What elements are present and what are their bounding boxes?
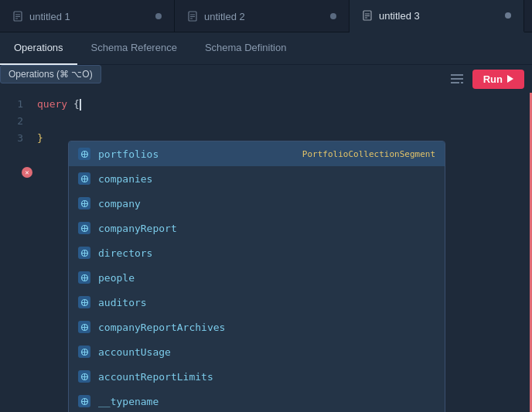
- field-icon: [78, 296, 90, 308]
- autocomplete-item-companyreportarchives[interactable]: companyReportArchives: [69, 315, 445, 339]
- tab-modified-dot: [505, 12, 511, 19]
- nav-bar: Operations Schema Reference Schema Defin…: [0, 32, 532, 65]
- code-content[interactable]: query { } ✕ portfolios PortfolioCollecti…: [31, 93, 532, 412]
- tab-bar: untitled 1 untitled 2 untitled 3: [0, 0, 532, 32]
- field-icon: [78, 172, 90, 185]
- code-line-2: [37, 113, 526, 130]
- autocomplete-item-accountreportlimits[interactable]: accountReportLimits: [69, 364, 445, 389]
- field-icon: [78, 395, 90, 407]
- autocomplete-item-accountusage[interactable]: accountUsage: [69, 339, 445, 364]
- tab-label: untitled 1: [29, 11, 70, 22]
- run-button[interactable]: Run: [472, 70, 524, 89]
- autocomplete-item-companies[interactable]: companies: [69, 166, 445, 191]
- field-icon: [78, 247, 90, 259]
- play-icon: [507, 75, 513, 83]
- autocomplete-item-people[interactable]: people: [69, 265, 445, 290]
- tab-untitled3[interactable]: untitled 3: [350, 0, 524, 32]
- autocomplete-item-directors[interactable]: directors: [69, 240, 445, 265]
- list-icon: [450, 73, 464, 85]
- field-icon: [78, 148, 90, 160]
- autocomplete-dropdown: portfolios PortfolioCollectionSegment co…: [68, 141, 445, 412]
- tab-modified-dot: [155, 13, 162, 19]
- field-icon: [78, 321, 90, 333]
- field-icon: [78, 197, 90, 209]
- line-number-1: 1: [8, 96, 23, 113]
- nav-schema-reference[interactable]: Schema Reference: [77, 32, 191, 65]
- nav-operations[interactable]: Operations: [0, 32, 77, 65]
- autocomplete-item-auditors[interactable]: auditors: [69, 290, 445, 315]
- tab-label: untitled 2: [204, 11, 245, 22]
- field-icon: [78, 370, 90, 383]
- document-icon: [12, 11, 23, 22]
- nav-tooltip: Operations (⌘ ⌥O): [0, 65, 101, 83]
- line-number-3: 3: [8, 130, 23, 147]
- field-icon: [78, 271, 90, 284]
- autocomplete-item-company[interactable]: company: [69, 191, 445, 216]
- autocomplete-item-portfolios[interactable]: portfolios PortfolioCollectionSegment: [69, 141, 445, 166]
- format-list-button[interactable]: [448, 70, 466, 88]
- autocomplete-item-typename[interactable]: __typename: [69, 389, 445, 412]
- code-line-1: query {: [37, 96, 526, 113]
- document-icon: [187, 11, 198, 22]
- tab-label: untitled 3: [379, 10, 420, 22]
- field-icon: [78, 346, 90, 358]
- document-icon: [362, 10, 373, 21]
- line-number-2: 2: [8, 113, 23, 130]
- error-indicator: ✕: [22, 167, 32, 178]
- autocomplete-item-companyreport[interactable]: companyReport: [69, 216, 445, 240]
- code-editor[interactable]: 1 2 3 query { } ✕ portfolios PortfolioCo…: [0, 93, 532, 412]
- line-numbers: 1 2 3: [0, 93, 31, 412]
- field-icon: [78, 222, 90, 234]
- tab-modified-dot: [330, 13, 336, 19]
- tab-untitled1[interactable]: untitled 1: [0, 0, 175, 32]
- editor-container: Run 1 2 3 query { } ✕ portfolios: [0, 65, 532, 412]
- tab-untitled2[interactable]: untitled 2: [175, 0, 350, 32]
- nav-schema-definition[interactable]: Schema Definition: [191, 32, 301, 65]
